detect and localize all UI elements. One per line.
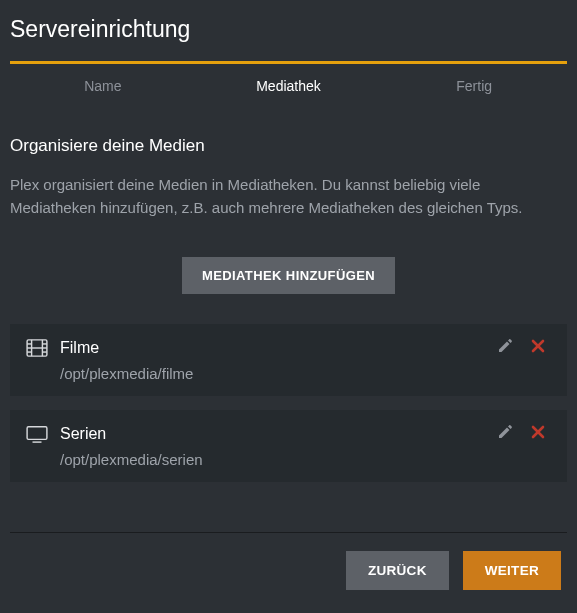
library-item: Serien [10, 410, 567, 482]
tab-mediathek[interactable]: Mediathek [196, 64, 382, 94]
library-path: /opt/plexmedia/serien [60, 451, 551, 468]
svg-rect-10 [27, 426, 47, 439]
section-description: Plex organisiert deine Medien in Mediath… [10, 174, 567, 219]
library-list: Filme [10, 324, 567, 482]
close-icon [531, 339, 545, 356]
delete-library-button[interactable] [531, 339, 545, 356]
wizard-footer: ZURÜCK WEITER [10, 532, 567, 590]
library-name: Serien [60, 425, 485, 443]
delete-library-button[interactable] [531, 425, 545, 442]
library-path: /opt/plexmedia/filme [60, 365, 551, 382]
library-item: Filme [10, 324, 567, 396]
wizard-tabs: Name Mediathek Fertig [10, 61, 567, 94]
section-heading: Organisiere deine Medien [10, 136, 567, 156]
tv-icon [26, 425, 48, 443]
pencil-icon [497, 338, 513, 357]
film-icon [26, 339, 48, 357]
add-library-button[interactable]: MEDIATHEK HINZUFÜGEN [182, 257, 395, 294]
next-button[interactable]: WEITER [463, 551, 561, 590]
back-button[interactable]: ZURÜCK [346, 551, 449, 590]
edit-library-button[interactable] [497, 424, 513, 443]
pencil-icon [497, 424, 513, 443]
edit-library-button[interactable] [497, 338, 513, 357]
page-title: Servereinrichtung [10, 10, 567, 43]
library-name: Filme [60, 339, 485, 357]
tab-fertig[interactable]: Fertig [381, 64, 567, 94]
tab-name[interactable]: Name [10, 64, 196, 94]
close-icon [531, 425, 545, 442]
